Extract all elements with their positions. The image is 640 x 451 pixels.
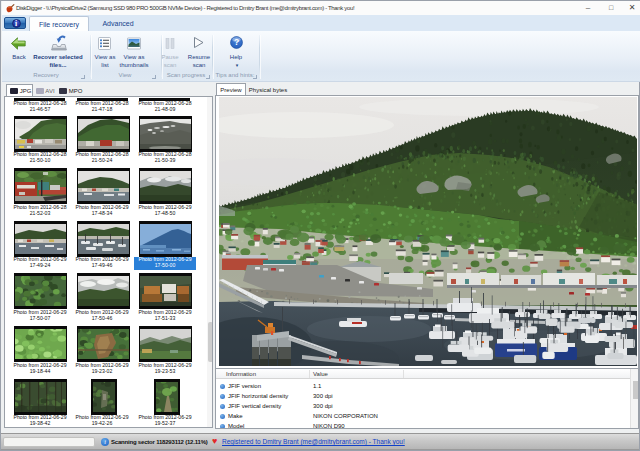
svg-text:?: ? <box>234 37 239 47</box>
